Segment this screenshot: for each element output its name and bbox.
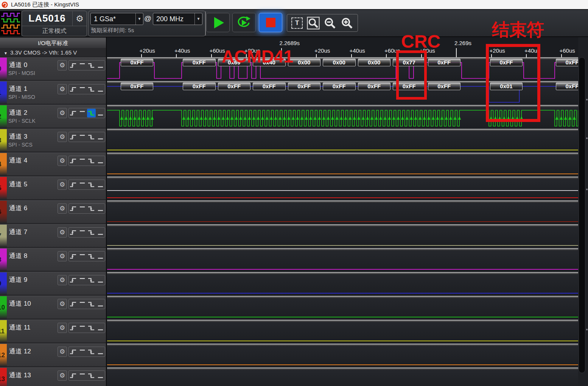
trigger-high-button[interactable] [78,204,87,213]
channel-row-0[interactable]: 0通道 0SPI - MOSI⚙ [0,57,106,80]
zoom-in-button[interactable] [341,17,353,30]
trigger-falling-button[interactable] [87,180,96,189]
trigger-falling-button[interactable] [87,228,96,237]
mosi-byte-frame[interactable]: 0xFF [183,59,216,66]
trigger-rising-button[interactable] [69,276,78,284]
mosi-byte-frame[interactable]: 0xFF [490,59,523,66]
trigger-falling-button[interactable] [87,85,96,94]
mosi-byte-frame[interactable]: 0x77 [393,59,426,66]
channel-gear-icon[interactable]: ⚙ [58,251,67,261]
miso-byte-frame[interactable]: 0xFF [288,83,321,90]
trigger-rising-button[interactable] [69,252,78,261]
repeat-capture-button[interactable] [232,13,256,32]
channel-gear-icon[interactable]: ⚙ [58,347,67,357]
trigger-low-button[interactable] [96,180,105,189]
channel-gear-icon[interactable]: ⚙ [58,299,67,309]
trigger-high-button[interactable] [78,371,87,380]
trigger-low-button[interactable] [96,347,105,356]
channel-row-11[interactable]: 11通道 11⚙ [0,320,106,343]
trigger-high-button[interactable] [78,323,87,332]
mosi-byte-frame[interactable]: 0x40 [253,59,286,66]
channel-gear-icon[interactable]: ⚙ [58,60,67,70]
channel-gear-icon[interactable]: ⚙ [58,108,67,118]
channel-row-4[interactable]: 4通道 4⚙ [0,153,106,176]
trigger-high-button[interactable] [78,133,87,141]
miso-byte-frame[interactable]: 0xFF [323,83,356,90]
channel-gear-icon[interactable]: ⚙ [58,370,67,381]
trigger-low-button[interactable] [96,156,105,165]
trigger-falling-button[interactable] [87,109,96,117]
trigger-low-button[interactable] [96,323,105,332]
trigger-falling-button[interactable] [87,156,96,165]
trigger-falling-button[interactable] [87,276,96,284]
channel-gear-icon[interactable]: ⚙ [58,275,67,285]
device-settings-gear-icon[interactable]: ⚙ [72,11,87,26]
trigger-rising-button[interactable] [69,61,78,70]
sample-rate-dropdown[interactable]: 1 GSa* ▼ [90,13,143,25]
miso-byte-frame[interactable]: 0xFF [183,83,216,90]
trigger-falling-button[interactable] [87,133,96,141]
trigger-high-button[interactable] [78,300,87,308]
trigger-low-button[interactable] [96,228,105,237]
trigger-low-button[interactable] [96,85,105,94]
scrollbar-thumb[interactable] [579,57,585,373]
mosi-byte-frame[interactable]: 0x00 [288,59,321,66]
trigger-high-button[interactable] [78,180,87,189]
trigger-low-button[interactable] [96,109,105,117]
trigger-rising-button[interactable] [69,347,78,356]
sample-clock-dropdown[interactable]: 200 MHz ▼ [153,13,202,25]
trigger-rising-button[interactable] [69,156,78,165]
channel-row-3[interactable]: 3通道 3SPI - SCS⚙ [0,129,106,152]
trigger-high-button[interactable] [78,109,87,117]
trigger-low-button[interactable] [96,204,105,213]
miso-byte-frame[interactable]: 0xFF [428,83,461,90]
trigger-high-button[interactable] [78,347,87,356]
trigger-high-button[interactable] [78,276,87,284]
trigger-high-button[interactable] [78,85,87,94]
channel-row-1[interactable]: 1通道 1SPI - MISO⚙ [0,81,106,104]
vertical-scrollbar[interactable] [578,37,588,386]
mosi-byte-frame[interactable]: 0x00 [323,59,356,66]
trigger-falling-button[interactable] [87,323,96,332]
trigger-rising-button[interactable] [69,204,78,213]
channel-gear-icon[interactable]: ⚙ [58,84,67,94]
mosi-byte-frame[interactable]: 0x00 [358,59,391,66]
chevron-down-icon[interactable]: ▼ [194,13,202,25]
channel-row-6[interactable]: 6通道 6⚙ [0,200,106,223]
trigger-falling-button[interactable] [87,252,96,261]
channel-row-7[interactable]: 7通道 7⚙ [0,224,106,247]
miso-byte-frame[interactable]: 0xFF [218,83,251,90]
mosi-byte-frame[interactable]: 0xFF [121,59,153,66]
trigger-high-button[interactable] [78,228,87,237]
miso-byte-frame[interactable]: 0xFF [253,83,286,90]
trigger-low-button[interactable] [96,276,105,284]
trigger-low-button[interactable] [96,133,105,141]
trigger-rising-button[interactable] [69,228,78,237]
channel-row-5[interactable]: 5通道 5⚙ [0,177,106,200]
miso-byte-frame[interactable]: 0xFF [358,83,391,90]
channel-row-13[interactable]: 13通道 13⚙ [0,367,106,386]
mosi-byte-frame[interactable]: 0xFF [428,59,461,66]
trigger-low-button[interactable] [96,300,105,308]
zoom-out-button[interactable] [324,17,336,30]
miso-byte-frame[interactable]: 0x01 [490,83,523,90]
miso-byte-frame[interactable]: 0xFF [393,83,426,90]
channel-gear-icon[interactable]: ⚙ [58,203,67,214]
channel-gear-icon[interactable]: ⚙ [58,156,67,166]
channel-row-2[interactable]: 2通道 2SPI - SCLK⚙ [0,105,106,128]
start-capture-button[interactable] [206,13,230,32]
channel-gear-icon[interactable]: ⚙ [58,132,67,142]
trigger-rising-button[interactable] [69,85,78,94]
trigger-low-button[interactable] [96,61,105,70]
trigger-rising-button[interactable] [69,371,78,380]
channel-gear-icon[interactable]: ⚙ [58,180,67,190]
trigger-falling-button[interactable] [87,347,96,356]
channel-gear-icon[interactable]: ⚙ [58,227,67,238]
channel-row-12[interactable]: 12通道 12⚙ [0,344,106,367]
trigger-rising-button[interactable] [69,323,78,332]
trigger-low-button[interactable] [96,371,105,380]
trigger-falling-button[interactable] [87,371,96,380]
trigger-rising-button[interactable] [69,109,78,117]
chevron-down-icon[interactable]: ▼ [135,13,143,25]
channel-row-8[interactable]: 8通道 8⚙ [0,248,106,271]
